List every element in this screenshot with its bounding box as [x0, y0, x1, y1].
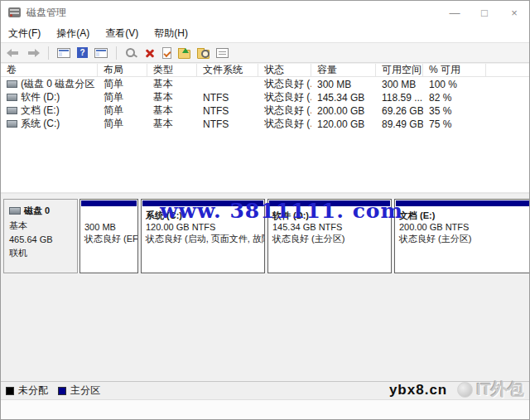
percent-free-cell: 100 % [423, 79, 486, 90]
layout-cell: 简单 [98, 104, 147, 118]
it-outsourcing-logo-text: IT外包 [476, 379, 524, 401]
column-header-capacity[interactable]: 容量 [311, 64, 376, 76]
partition-status: 状态良好 (EFI [84, 233, 133, 244]
percent-free-cell: 82 % [423, 92, 486, 104]
partition-e[interactable]: 文档 (E:) 200.00 GB NTFS 状态良好 (主分区) [394, 199, 530, 273]
forward-icon[interactable] [26, 48, 40, 58]
table-row[interactable]: (磁盘 0 磁盘分区 1) 简单 基本 状态良好 (... 300 MB 300… [1, 78, 529, 90]
menu-help[interactable]: 帮助(H) [154, 27, 188, 41]
show-console-tree-icon[interactable] [57, 48, 70, 58]
disk-size: 465.64 GB [9, 234, 72, 244]
volume-cell: 系统 (C:) [1, 117, 98, 131]
column-header-free-space[interactable]: 可用空间 [376, 64, 423, 76]
disk-status: 联机 [9, 247, 72, 259]
partition-title: 文档 (E:) [399, 210, 528, 221]
volume-icon [7, 120, 17, 128]
partition-efi[interactable]: 300 MB 状态良好 (EFI [80, 199, 138, 273]
partition-color-bar [396, 200, 530, 206]
help-icon[interactable]: ? [77, 47, 88, 58]
volume-name: 软件 (D:) [21, 90, 60, 104]
column-header-filesystem[interactable]: 文件系统 [197, 64, 258, 76]
table-row[interactable]: 软件 (D:) 简单 基本 NTFS 状态良好 (... 145.34 GB 1… [1, 91, 529, 104]
partition-color-bar [81, 200, 137, 206]
show-action-pane-icon[interactable] [94, 48, 108, 58]
free-space-cell: 69.26 GB [376, 105, 423, 117]
status-cell: 状态良好 (... [258, 77, 311, 91]
back-icon[interactable] [7, 48, 20, 58]
free-space-cell: 118.59 ... [376, 92, 423, 104]
volume-list: 卷 布局 类型 文件系统 状态 容量 可用空间 % 可用 (磁盘 0 磁盘分区 … [1, 63, 529, 192]
legend-label: 主分区 [70, 384, 100, 398]
volume-cell: (磁盘 0 磁盘分区 1) [1, 77, 98, 91]
column-header-layout[interactable]: 布局 [98, 64, 147, 76]
table-row[interactable]: 系统 (C:) 简单 基本 NTFS 状态良好 (... 120.00 GB 8… [1, 118, 529, 130]
legend-bar: 未分配 主分区 ybx8.cn IT外包 [1, 381, 529, 399]
table-row[interactable]: 文档 (E:) 简单 基本 NTFS 状态良好 (... 200.00 GB 6… [1, 104, 529, 117]
column-header-volume[interactable]: 卷 [1, 64, 98, 76]
delete-volume-icon[interactable] [144, 47, 156, 59]
search-folder-icon[interactable] [197, 50, 210, 59]
status-cell: 状态良好 (... [258, 104, 311, 118]
status-cell: 状态良好 (... [258, 117, 311, 131]
status-cell: 状态良好 (... [258, 90, 311, 104]
volume-name: (磁盘 0 磁盘分区 1) [21, 77, 98, 91]
partition-size: 200.00 GB NTFS [399, 221, 528, 233]
partition-status: 状态良好 (主分区) [399, 233, 528, 244]
column-header-empty [486, 64, 529, 76]
partition-status: 状态良好 (主分区) [272, 233, 387, 244]
toolbar: ? [1, 42, 529, 63]
maximize-button[interactable]: □ [470, 1, 499, 24]
filesystem-cell: NTFS [197, 92, 258, 104]
menu-action[interactable]: 操作(A) [56, 27, 89, 41]
open-folder-up-icon[interactable] [178, 50, 190, 59]
it-outsourcing-logo-icon [457, 382, 473, 398]
disk-name: 磁盘 0 [24, 205, 50, 217]
free-space-cell: 300 MB [376, 79, 423, 90]
watermark-text: www. 3811111. com [160, 199, 403, 223]
volume-icon [7, 107, 17, 114]
it-outsourcing-logo: IT外包 [457, 379, 524, 401]
partition-size: 145.34 GB NTFS [272, 221, 387, 233]
type-cell: 基本 [147, 90, 197, 104]
disk-icon [9, 207, 21, 215]
partition-title [84, 210, 133, 221]
disk-management-app-icon [8, 7, 21, 17]
volume-icon [7, 80, 17, 88]
toolbar-separator [116, 46, 117, 60]
close-button[interactable]: × [499, 1, 529, 24]
type-cell: 基本 [147, 117, 197, 131]
volume-name: 系统 (C:) [21, 117, 60, 131]
free-space-cell: 89.49 GB [376, 118, 423, 130]
column-header-percent-free[interactable]: % 可用 [423, 64, 486, 76]
column-header-status[interactable]: 状态 [258, 64, 311, 76]
unallocated-swatch-icon [6, 387, 14, 395]
volume-list-header: 卷 布局 类型 文件系统 状态 容量 可用空间 % 可用 [1, 63, 529, 77]
legend-unallocated: 未分配 [6, 384, 48, 398]
partition-status: 状态良好 (启动, 页面文件, 故障 [146, 233, 260, 244]
menu-view[interactable]: 查看(V) [105, 27, 138, 41]
volume-cell: 软件 (D:) [1, 90, 98, 104]
type-cell: 基本 [147, 77, 197, 91]
site-url: ybx8.cn [389, 382, 447, 398]
volume-cell: 文档 (E:) [1, 104, 98, 118]
capacity-cell: 145.34 GB [311, 92, 376, 104]
graphical-view: 磁盘 0 基本 465.64 GB 联机 300 MB 状态良好 (EFI [1, 192, 529, 381]
disk-0-header[interactable]: 磁盘 0 基本 465.64 GB 联机 [3, 199, 78, 273]
column-header-type[interactable]: 类型 [147, 64, 197, 76]
brand-watermark: ybx8.cn IT外包 [389, 379, 524, 401]
properties-icon[interactable] [216, 48, 229, 58]
type-cell: 基本 [147, 104, 197, 118]
layout-cell: 简单 [98, 77, 147, 91]
volume-icon [7, 94, 17, 101]
check-document-icon[interactable] [162, 47, 171, 59]
menu-file[interactable]: 文件(F) [8, 27, 41, 41]
filesystem-cell: NTFS [197, 105, 258, 117]
window-title: 磁盘管理 [26, 6, 66, 20]
capacity-cell: 200.00 GB [311, 105, 376, 117]
capacity-cell: 300 MB [311, 79, 376, 90]
volume-name: 文档 (E:) [21, 104, 60, 118]
layout-cell: 简单 [98, 90, 147, 104]
minimize-button[interactable]: — [440, 1, 470, 24]
disk-management-window: 磁盘管理 — □ × 文件(F) 操作(A) 查看(V) 帮助(H) ? 卷 布… [0, 0, 530, 420]
tool-icon[interactable] [125, 47, 137, 58]
